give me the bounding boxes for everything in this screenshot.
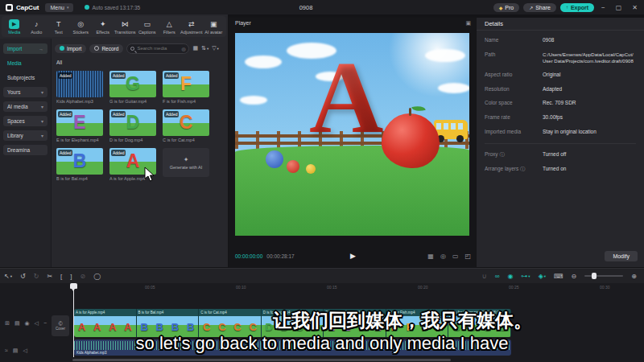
chevron-down-icon: ▾ [528, 274, 530, 278]
video-preview[interactable]: A [235, 33, 469, 236]
trim-right-icon[interactable]: ] [66, 273, 76, 280]
detach-player-icon[interactable]: ▣ [465, 20, 471, 27]
blue-ball [266, 150, 283, 168]
details-row: Imported mediaStay in original location [485, 129, 636, 136]
audio-thumbnail[interactable]: Added [56, 71, 103, 97]
tab-audio[interactable]: ♪Audio [26, 19, 47, 35]
view-toggle-button[interactable]: ▦ [192, 45, 198, 51]
mute-icon[interactable]: ◁ [35, 320, 39, 327]
pro-button[interactable]: ◆ Pro [493, 3, 520, 12]
tab-adjustment[interactable]: ⇄Adjustment [180, 19, 202, 35]
redo-icon[interactable]: ↻ [30, 273, 43, 280]
import-button[interactable]: Import [55, 44, 86, 53]
sort-icon: ⇅ [201, 45, 206, 51]
tab-effects[interactable]: ✦Effects [92, 19, 114, 35]
undo-icon[interactable]: ↺ [16, 273, 30, 280]
close-button[interactable]: ✕ [629, 4, 641, 11]
zoom-out-icon[interactable]: ⊖ [568, 273, 581, 280]
trim-right-icon-glyph: ] [70, 273, 72, 280]
fullscreen-icon[interactable]: ◰ [464, 253, 471, 260]
sidebar-item-label: Library [7, 133, 23, 138]
timeline-scrollbar[interactable] [72, 359, 451, 361]
media-item[interactable]: AddedFF is for Fish.mp4 [163, 71, 209, 104]
share-button[interactable]: ↗ Share [523, 3, 556, 12]
auto-cut-icon[interactable]: ⊶▾ [517, 273, 534, 280]
sidebar-item-dreamina[interactable]: Dreamina [3, 145, 47, 155]
media-toolbar: Import Record ◎ ▦ ⇅▾ ▽▾ [55, 42, 225, 55]
sidebar-item-import[interactable]: Import→ [3, 43, 47, 54]
yellow-ball [306, 164, 316, 174]
search-scope-icon[interactable]: ◎ [181, 46, 185, 51]
chevron-down-icon: ▾ [67, 5, 69, 10]
details-value: Stay in original location [543, 129, 636, 136]
shortcut-keys-icon[interactable]: ⌨ [550, 273, 568, 280]
modify-button[interactable]: Modify [605, 251, 638, 261]
sidebar-item-spaces[interactable]: Spaces▾ [3, 116, 47, 126]
search-input[interactable] [137, 46, 179, 51]
crop-icon[interactable]: ◯ [89, 273, 105, 280]
record-button[interactable]: Record [89, 44, 123, 53]
main-track-magnet-icon[interactable]: ◉ [503, 273, 517, 280]
tab-stickers[interactable]: ◎Stickers [70, 19, 92, 35]
tab-text[interactable]: TText [47, 19, 69, 35]
zoom-slider-knob[interactable] [592, 273, 597, 279]
all-filter[interactable]: All [56, 60, 62, 65]
media-item[interactable]: AddedBB is for Bal.mp4 [56, 148, 103, 181]
minimize-button[interactable]: − [598, 4, 609, 11]
sidebar-item-yours[interactable]: Yours▾ [3, 87, 47, 97]
media-item[interactable]: AddedCC is for Cat.mp4 [163, 109, 209, 142]
lock-icon[interactable]: ▤ [14, 320, 20, 327]
video-thumbnail[interactable]: AddedE [56, 109, 103, 136]
play-button[interactable]: ▶ [350, 252, 356, 260]
tab-ai-avatar[interactable]: ▣AI avatar [203, 19, 225, 35]
link-clips-icon[interactable]: ∞ [491, 273, 504, 280]
filter-button[interactable]: ▽▾ [212, 45, 219, 51]
cloud [425, 49, 465, 62]
apple-graphic [382, 113, 440, 168]
search-box[interactable]: ◎ [126, 43, 189, 54]
media-item[interactable]: AddedKids Alphabet.mp3 [56, 71, 103, 104]
media-item[interactable]: AddedEE is for Elephant.mp4 [56, 109, 103, 142]
video-thumbnail[interactable]: AddedC [163, 109, 209, 136]
preview-axis-icon[interactable]: ◈▾ [535, 273, 550, 280]
collapse-icon[interactable]: − [43, 320, 47, 327]
media-item[interactable]: AddedGG is for Guitar.mp4 [109, 71, 156, 104]
clip-letter: A [109, 321, 116, 333]
zoom-in-icon[interactable]: ⊕ [627, 273, 641, 280]
delete-icon[interactable]: ⊘ [76, 273, 90, 280]
details-label: Color space [485, 100, 543, 107]
select-tool-icon[interactable]: ↖▾ [0, 273, 16, 280]
media-panel: ▶Media♪AudioTText◎Stickers✦Effects⋈Trans… [0, 14, 228, 267]
export-button[interactable]: ↑ Export [560, 3, 594, 12]
hide-icon[interactable]: ◉ [25, 320, 30, 327]
quality-icon[interactable]: ▦ [427, 253, 434, 260]
media-item[interactable]: AddedDD is for Dog.mp4 [109, 109, 156, 142]
timeline-zoom-slider[interactable] [584, 275, 623, 277]
snap-magnet-icon[interactable]: ∪ [478, 273, 491, 280]
details-panel: Details Name0908PathC:/Users/Emenws/AppD… [477, 18, 644, 267]
menu-button[interactable]: Menu ▾ [45, 3, 73, 12]
split-icon[interactable]: ✂ [43, 273, 56, 280]
tracks-icon[interactable]: ⊞ [5, 320, 10, 327]
tab-transitions[interactable]: ⋈Transitions [114, 19, 136, 35]
tab-filters[interactable]: △Filters [159, 19, 180, 35]
sidebar-item-label: Dreamina [7, 147, 30, 153]
video-thumbnail[interactable]: AddedD [109, 109, 156, 136]
video-thumbnail[interactable]: AddedG [109, 71, 156, 97]
sort-button[interactable]: ⇅▾ [201, 45, 208, 51]
generate-with-ai-button[interactable]: ✦Generate with AI [163, 148, 209, 177]
sidebar-item-library[interactable]: Library▾ [3, 130, 47, 141]
sidebar-item-subprojects[interactable]: Subprojects [3, 72, 47, 83]
maximize-button[interactable]: ▢ [613, 4, 625, 11]
tab-captions[interactable]: ▭Captions [136, 19, 158, 35]
video-thumbnail[interactable]: AddedF [163, 71, 209, 97]
trim-left-icon[interactable]: [ [56, 273, 66, 280]
sidebar-item-ai-media[interactable]: AI media▾ [3, 101, 47, 112]
focus-icon[interactable]: ◎ [440, 253, 446, 260]
video-thumbnail[interactable]: AddedB [56, 148, 103, 175]
ratio-icon[interactable]: ▭ [452, 253, 459, 260]
clip-name-label: A is for Apple.mp4 [74, 309, 136, 316]
sidebar-item-media[interactable]: Media [3, 58, 47, 68]
subtitle-chinese: 让我们回到媒体，我只有媒体。 [229, 308, 576, 333]
tab-media[interactable]: ▶Media [3, 19, 25, 35]
